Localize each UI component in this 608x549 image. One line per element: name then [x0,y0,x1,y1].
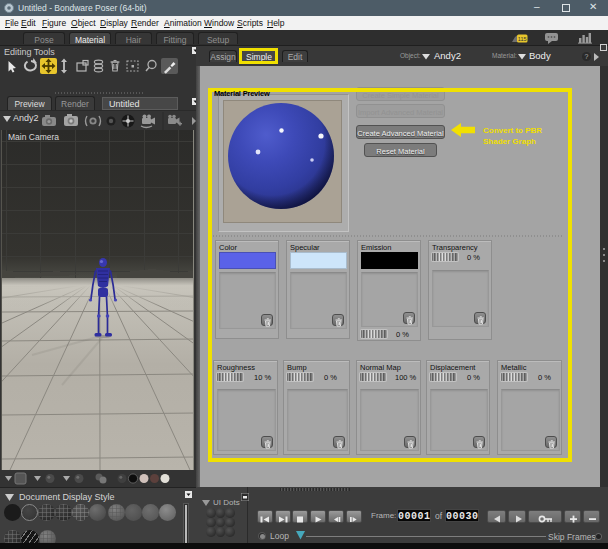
svg-text:Main Camera: Main Camera [8,132,59,142]
svg-text:115: 115 [518,36,527,42]
